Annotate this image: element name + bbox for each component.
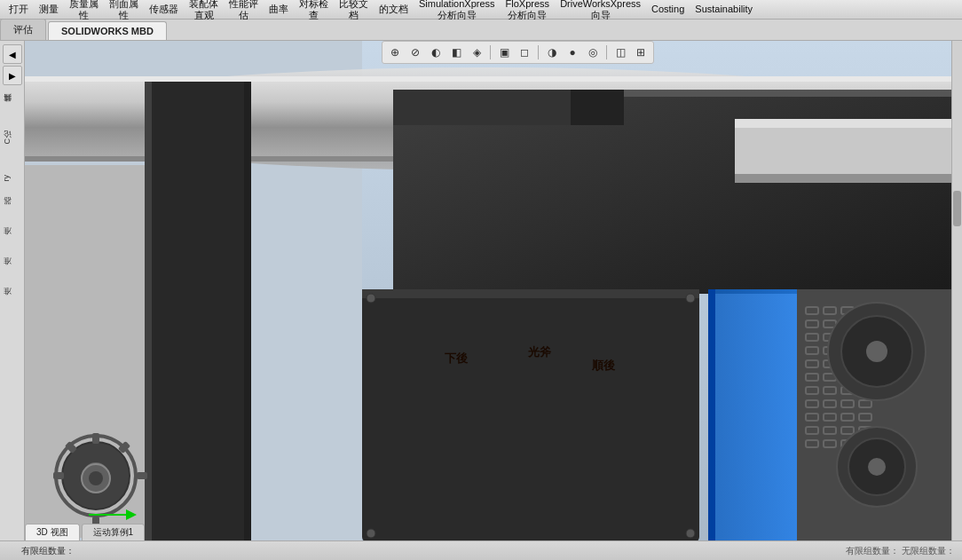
left-label-5: 准	[0, 240, 25, 243]
menu-curve[interactable]: 曲率	[264, 2, 294, 17]
menu-bar: 打开 测量 质量属性 剖面属性 传感器 装配体直观 性能评估 曲率 对标检查 比…	[0, 0, 962, 20]
menu-flow[interactable]: FloXpress分析向导	[501, 0, 556, 22]
toolbar-btn-2[interactable]: ⊘	[406, 43, 424, 61]
menu-quality[interactable]: 质量属性	[64, 0, 104, 22]
bottom-tabs: 3D 视图 运动算例1	[25, 525, 146, 540]
scene-svg: 下後 光斧 順後	[25, 41, 951, 540]
menu-performance[interactable]: 性能评估	[224, 0, 264, 22]
left-label-2: 论C	[0, 137, 25, 146]
left-label-6: 准	[0, 270, 25, 273]
menu-compare[interactable]: 比较文档	[334, 0, 374, 22]
tab-bar: 评估 SOLIDWORKS MBD	[0, 20, 962, 41]
menu-sensor[interactable]: 传感器	[144, 2, 184, 17]
toolbar-btn-12[interactable]: ⊞	[632, 43, 650, 61]
svg-rect-34	[362, 289, 699, 298]
toolbar-btn-7[interactable]: ◻	[516, 43, 533, 61]
menu-driveworks[interactable]: DriveWorksXpress向导	[555, 0, 646, 22]
svg-rect-4	[25, 76, 951, 82]
toolbar-strip: ⊕ ⊘ ◐ ◧ ◈ ▣ ◻ ◑ ● ◎ ◫ ⊞	[382, 41, 654, 64]
tab-evaluate[interactable]: 评估	[0, 19, 46, 40]
menu-section[interactable]: 剖面属性	[104, 0, 144, 22]
left-label-7: 准	[0, 300, 25, 304]
bottom-tab-motion[interactable]: 运动算例1	[82, 524, 146, 540]
toolbar-sep-3	[606, 45, 607, 59]
status-detail1: 有限组数量：	[21, 545, 75, 557]
toolbar-btn-10[interactable]: ◎	[584, 43, 602, 61]
toolbar-sep-2	[538, 45, 539, 59]
left-nav-back[interactable]: ◀	[3, 44, 22, 64]
svg-rect-10	[735, 119, 951, 183]
menu-measure[interactable]: 测量	[34, 2, 64, 17]
toolbar-sep-1	[490, 45, 491, 59]
svg-point-98	[89, 471, 103, 485]
toolbar-btn-3[interactable]: ◐	[427, 43, 445, 61]
left-nav-fwd[interactable]: ▶	[3, 66, 22, 85]
svg-rect-33	[362, 289, 699, 540]
svg-text:光斧: 光斧	[527, 345, 552, 359]
menu-open[interactable]: 打开	[4, 2, 34, 16]
menu-costing[interactable]: Costing	[646, 2, 690, 17]
viewport[interactable]: 下後 光斧 順後	[25, 41, 951, 540]
scrollbar-right[interactable]	[951, 41, 962, 540]
menu-sustainability[interactable]: Sustainability	[690, 2, 758, 17]
svg-point-91	[686, 529, 695, 538]
toolbar-btn-8[interactable]: ◑	[543, 43, 561, 61]
left-label-3: ry	[0, 173, 25, 184]
left-label-4: 器	[0, 209, 25, 213]
tab-solidworks-mbd[interactable]: SOLIDWORKS MBD	[48, 21, 167, 40]
svg-rect-36	[708, 289, 715, 540]
menu-inspection[interactable]: 对标检查	[294, 0, 334, 22]
menu-assembly[interactable]: 装配体直观	[184, 0, 224, 22]
svg-rect-8	[393, 90, 571, 125]
toolbar-btn-4[interactable]: ◧	[447, 43, 465, 61]
scrollbar-right-thumb[interactable]	[953, 191, 961, 226]
svg-text:下後: 下後	[445, 351, 469, 365]
svg-point-90	[367, 529, 375, 538]
svg-rect-9	[571, 90, 624, 125]
svg-rect-23	[92, 433, 99, 444]
svg-rect-12	[735, 174, 951, 183]
toolbar-btn-9[interactable]: ●	[564, 43, 581, 61]
svg-point-88	[367, 294, 375, 303]
svg-rect-13	[145, 82, 251, 540]
toolbar-btn-11[interactable]: ◫	[611, 43, 629, 61]
toolbar-btn-6[interactable]: ▣	[495, 43, 513, 61]
toolbar-btn-1[interactable]: ⊕	[386, 43, 404, 61]
bottom-tab-3d-view[interactable]: 3D 视图	[25, 524, 80, 540]
svg-point-87	[868, 458, 886, 476]
toolbar-btn-5[interactable]: ◈	[468, 43, 485, 61]
left-label-1: 具辅	[0, 106, 25, 110]
status-right: 有限组数量： 无限组数量：	[846, 545, 955, 557]
svg-text:順後: 順後	[591, 359, 616, 372]
svg-rect-25	[53, 472, 64, 479]
svg-point-89	[686, 294, 695, 303]
svg-point-84	[866, 341, 887, 362]
svg-rect-15	[244, 82, 251, 540]
svg-rect-14	[145, 82, 152, 540]
left-labels: 具辅 论C ry 器 准 准 准	[0, 106, 25, 304]
status-bar: 有限组数量： 有限组数量： 无限组数量：	[0, 540, 962, 560]
svg-rect-11	[735, 119, 951, 128]
menu-simulation[interactable]: SimulationXpress分析向导	[414, 0, 501, 22]
menu-recent[interactable]: 的文档	[374, 2, 414, 16]
svg-rect-26	[137, 472, 147, 479]
